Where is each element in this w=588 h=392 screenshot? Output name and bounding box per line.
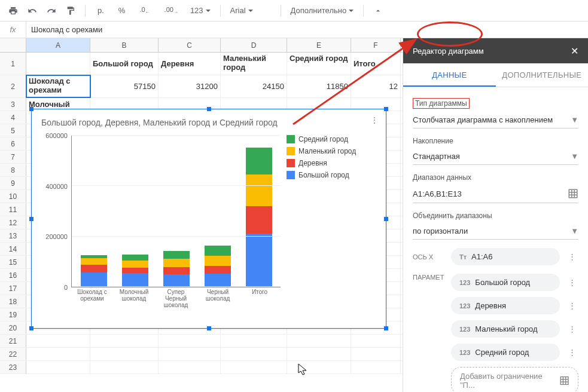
row-header[interactable]: 2 bbox=[0, 75, 26, 97]
table-cell[interactable]: Большой город bbox=[90, 53, 159, 75]
table-cell[interactable] bbox=[287, 361, 351, 373]
add-series-button[interactable]: Добавить ограничение "П... bbox=[451, 367, 578, 392]
row-header[interactable]: 4 bbox=[0, 111, 26, 124]
column-header-B[interactable]: B bbox=[90, 38, 159, 52]
column-header-C[interactable]: C bbox=[159, 38, 221, 52]
row-header[interactable]: 19 bbox=[0, 308, 26, 321]
paint-format-button[interactable] bbox=[62, 2, 79, 19]
xaxis-chip[interactable]: ТтA1:A6 bbox=[451, 248, 560, 265]
column-header-F[interactable]: F bbox=[351, 38, 401, 52]
table-cell[interactable] bbox=[351, 348, 401, 360]
row-header[interactable]: 1 bbox=[0, 53, 26, 75]
row-header[interactable]: 21 bbox=[0, 335, 26, 347]
table-cell[interactable]: Средний город bbox=[287, 53, 351, 75]
toolbar-overflow-button[interactable] bbox=[370, 2, 386, 19]
table-cell[interactable]: Шоколад с орехами bbox=[26, 75, 90, 97]
table-cell[interactable] bbox=[287, 335, 351, 347]
table-cell[interactable] bbox=[26, 53, 90, 75]
data-range-input[interactable]: A1:A6,B1:E13 bbox=[413, 185, 578, 203]
row-header[interactable]: 23 bbox=[0, 361, 26, 373]
table-cell[interactable] bbox=[221, 361, 287, 373]
increase-decimal-button[interactable]: .00→ bbox=[159, 2, 184, 19]
table-cell[interactable] bbox=[159, 348, 221, 360]
redo-button[interactable] bbox=[43, 2, 60, 19]
format-number-dropdown[interactable]: 123 bbox=[187, 2, 214, 19]
row-header[interactable]: 16 bbox=[0, 269, 26, 281]
table-cell[interactable] bbox=[90, 361, 159, 373]
table-cell[interactable]: Деревня bbox=[159, 53, 221, 75]
tab-customize[interactable]: ДОПОЛНИТЕЛЬНЫЕ bbox=[496, 63, 589, 87]
series-chip-menu[interactable]: ⋮ bbox=[566, 301, 578, 310]
table-cell[interactable]: 31200 bbox=[159, 75, 221, 97]
row-header[interactable]: 17 bbox=[0, 282, 26, 295]
spreadsheet-area[interactable]: ABCDEF 1Большой городДеревняМаленький го… bbox=[0, 38, 403, 392]
table-cell[interactable] bbox=[26, 348, 90, 360]
row-header[interactable]: 11 bbox=[0, 203, 26, 216]
table-cell[interactable] bbox=[221, 335, 287, 347]
table-cell[interactable] bbox=[159, 361, 221, 373]
table-cell[interactable] bbox=[26, 361, 90, 373]
column-header-E[interactable]: E bbox=[287, 38, 351, 52]
series-chip[interactable]: 123Маленький город bbox=[451, 320, 560, 338]
chart-type-dropdown[interactable]: Столбчатая диаграмма с накоплением▼ bbox=[413, 112, 578, 128]
data-range-label: Диапазон данных bbox=[413, 173, 578, 182]
xaxis-chip-menu[interactable]: ⋮ bbox=[566, 252, 578, 261]
panel-header: Редактор диаграмм ✕ bbox=[403, 38, 588, 63]
row-header[interactable]: 9 bbox=[0, 177, 26, 189]
table-cell[interactable]: Итого bbox=[351, 53, 401, 75]
more-formats-dropdown[interactable]: Дополнительно bbox=[287, 2, 358, 19]
currency-format-button[interactable]: р. bbox=[92, 2, 110, 19]
print-button[interactable] bbox=[5, 2, 22, 19]
series-chip[interactable]: 123Средний город bbox=[451, 344, 560, 361]
chart-object[interactable]: ⋮ Большой город, Деревня, Маленький горо… bbox=[31, 109, 386, 329]
table-cell[interactable] bbox=[90, 335, 159, 347]
row-header[interactable]: 12 bbox=[0, 216, 26, 229]
merge-ranges-dropdown[interactable]: по горизонтали▼ bbox=[413, 223, 578, 240]
row-header[interactable]: 8 bbox=[0, 164, 26, 176]
font-dropdown[interactable]: Arial bbox=[227, 2, 275, 19]
table-cell[interactable] bbox=[90, 348, 159, 360]
row-header[interactable]: 22 bbox=[0, 348, 26, 360]
column-header-A[interactable]: A bbox=[26, 38, 90, 52]
table-cell[interactable] bbox=[159, 335, 221, 347]
table-cell[interactable] bbox=[351, 361, 401, 373]
undo-button[interactable] bbox=[24, 2, 41, 19]
bar-segment bbox=[246, 174, 272, 206]
chart-menu-button[interactable]: ⋮ bbox=[367, 113, 382, 127]
row-header[interactable]: 14 bbox=[0, 243, 26, 255]
series-chip[interactable]: 123Большой город bbox=[451, 274, 560, 291]
select-all-corner[interactable] bbox=[0, 38, 26, 52]
series-chip[interactable]: 123Деревня bbox=[451, 297, 560, 314]
row-header[interactable]: 10 bbox=[0, 190, 26, 203]
row-header[interactable]: 13 bbox=[0, 229, 26, 242]
table-cell[interactable] bbox=[351, 335, 401, 347]
table-cell[interactable]: 12 bbox=[351, 75, 401, 97]
row-header[interactable]: 3 bbox=[0, 98, 26, 111]
bar-segment bbox=[122, 268, 148, 272]
series-chip-menu[interactable]: ⋮ bbox=[566, 348, 578, 357]
row-header[interactable]: 7 bbox=[0, 151, 26, 163]
grid-select-icon[interactable] bbox=[568, 188, 578, 199]
table-cell[interactable] bbox=[287, 348, 351, 360]
table-cell[interactable]: Маленький город bbox=[221, 53, 287, 75]
table-cell[interactable] bbox=[221, 348, 287, 360]
row-header[interactable]: 15 bbox=[0, 256, 26, 268]
table-cell[interactable] bbox=[26, 335, 90, 347]
table-cell[interactable]: 57150 bbox=[90, 75, 159, 97]
percent-format-button[interactable]: % bbox=[112, 2, 132, 19]
close-panel-button[interactable]: ✕ bbox=[571, 45, 578, 57]
series-chip-menu[interactable]: ⋮ bbox=[566, 324, 578, 333]
table-cell[interactable]: 24150 bbox=[221, 75, 287, 97]
row-header[interactable]: 5 bbox=[0, 124, 26, 137]
tab-data[interactable]: ДАННЫЕ bbox=[403, 63, 496, 87]
row-header[interactable]: 20 bbox=[0, 321, 26, 334]
stacking-dropdown[interactable]: Стандартная▼ bbox=[413, 148, 578, 165]
series-chip-menu[interactable]: ⋮ bbox=[566, 278, 578, 287]
table-cell[interactable]: 11850 bbox=[287, 75, 351, 97]
row-header[interactable]: 18 bbox=[0, 295, 26, 308]
decrease-decimal-button[interactable]: .0← bbox=[133, 2, 156, 19]
row-header[interactable]: 6 bbox=[0, 137, 26, 150]
y-axis: 0200000400000600000 bbox=[41, 136, 71, 287]
column-header-D[interactable]: D bbox=[221, 38, 287, 52]
formula-input[interactable]: Шоколад с орехами bbox=[26, 25, 102, 34]
